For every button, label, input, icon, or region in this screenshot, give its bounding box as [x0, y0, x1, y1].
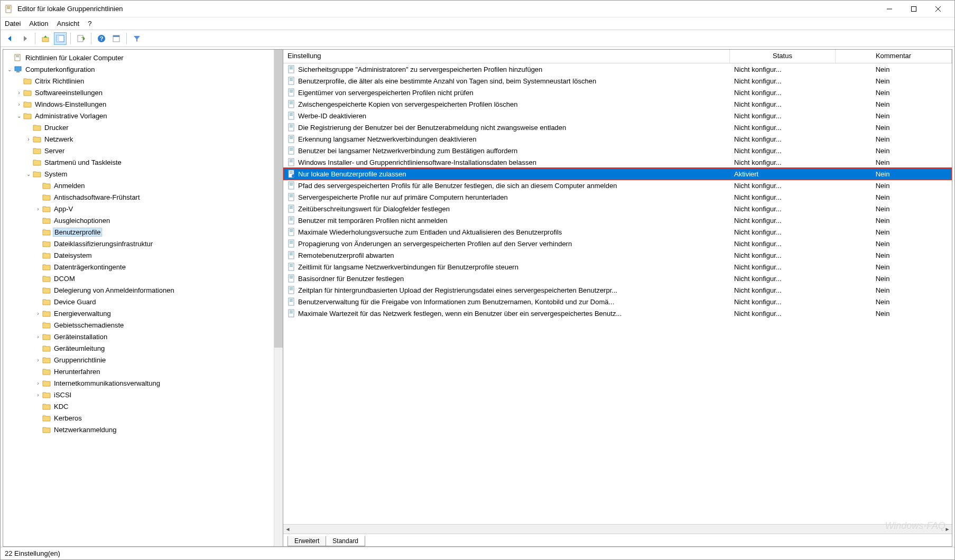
list-row[interactable]: Erkennung langsamer Netzwerkverbindungen…	[283, 133, 952, 145]
list-row[interactable]: Eigentümer von servergespeicherten Profi…	[283, 87, 952, 98]
tree-appv[interactable]: ›App-V	[3, 203, 274, 214]
list-row[interactable]: Die Registrierung der Benutzer bei der B…	[283, 122, 952, 133]
tree-computer-config[interactable]: ⌄Computerkonfiguration	[3, 63, 274, 75]
svg-point-70	[292, 174, 295, 178]
up-button[interactable]	[39, 32, 52, 45]
column-comment[interactable]: Kommentar	[836, 50, 952, 63]
setting-comment: Nein	[836, 100, 952, 109]
list-row[interactable]: Benutzerverwaltung für die Freigabe von …	[283, 296, 952, 307]
list-row[interactable]: Benutzerprofile, die älter als eine best…	[283, 75, 952, 87]
svg-rect-112	[290, 276, 293, 276]
column-status[interactable]: Status	[730, 50, 836, 63]
tree-internetkomm[interactable]: ›Internetkommunikationsverwaltung	[3, 377, 274, 389]
tree-dateiklass[interactable]: Dateiklassifizierungsinfrastruktur	[3, 238, 274, 249]
tree-windows-settings[interactable]: ›Windows-Einstellungen	[3, 98, 274, 110]
tree-startmenu[interactable]: Startmenü und Taskleiste	[3, 156, 274, 168]
tree-energie[interactable]: ›Energieverwaltung	[3, 307, 274, 319]
list-row[interactable]: Pfad des servergespeicherten Profils für…	[283, 180, 952, 191]
svg-rect-23	[290, 68, 293, 68]
show-hide-tree-button[interactable]	[54, 32, 67, 45]
tree-root[interactable]: Richtlinien für Lokaler Computer	[3, 52, 274, 63]
tree-herunterfahren[interactable]: Herunterfahren	[3, 366, 274, 377]
setting-name: Zeitlimit für langsame Netzwerkverbindun…	[298, 263, 518, 271]
properties-button[interactable]	[110, 32, 123, 45]
tree-server[interactable]: Server	[3, 145, 274, 156]
list-row[interactable]: Zwischengespeicherte Kopien von serverge…	[283, 98, 952, 110]
tree-label: Dateiklassifizierungsinfrastruktur	[53, 240, 154, 248]
tab-extended[interactable]: Erweitert	[288, 536, 326, 546]
svg-rect-19	[15, 67, 21, 71]
tree-gerateuml[interactable]: Geräteumleitung	[3, 342, 274, 354]
tree-label: Antischadsoftware-Frühstart	[53, 193, 141, 201]
tree-kerberos[interactable]: Kerberos	[3, 412, 274, 424]
setting-name: Erkennung langsamer Netzwerkverbindungen…	[298, 135, 476, 143]
tab-standard[interactable]: Standard	[326, 536, 365, 546]
tree-label: Citrix Richtlinien	[34, 77, 85, 85]
tree-anmelden[interactable]: Anmelden	[3, 180, 274, 191]
list-row[interactable]: Remotebenutzerprofil abwartenNicht konfi…	[283, 249, 952, 261]
help-button[interactable]: ?	[95, 32, 108, 45]
menu-file[interactable]: Datei	[5, 20, 21, 27]
tree-scrollbar[interactable]	[274, 50, 283, 546]
svg-rect-48	[290, 126, 293, 126]
tree-deviceguard[interactable]: Device Guard	[3, 296, 274, 307]
tree-gruppenricht[interactable]: ›Gruppenrichtlinie	[3, 354, 274, 366]
tree-citrix[interactable]: Citrix Richtlinien	[3, 75, 274, 87]
minimize-button[interactable]	[877, 1, 902, 17]
tree-netzwerkanmeldung[interactable]: Netzwerkanmeldung	[3, 424, 274, 435]
menu-action[interactable]: Aktion	[29, 20, 48, 27]
list-row[interactable]: Sicherheitsgruppe "Administratoren" zu s…	[283, 63, 952, 75]
forward-button[interactable]	[18, 32, 31, 45]
list-row[interactable]: Windows Installer- und Gruppenrichtlinie…	[283, 156, 952, 168]
list-row[interactable]: Basisordner für Benutzer festlegenNicht …	[283, 273, 952, 284]
list-row[interactable]: Zeitüberschreitungswert für Dialogfelder…	[283, 203, 952, 214]
horizontal-scrollbar[interactable]: ◄►	[283, 524, 952, 534]
export-list-button[interactable]	[75, 32, 87, 45]
svg-rect-20	[16, 71, 20, 72]
tree-label: Delegierung von Anmeldeinformationen	[53, 286, 175, 294]
tree-label: Benutzerprofile	[53, 228, 102, 237]
setting-comment: Nein	[836, 263, 952, 272]
list-row[interactable]: Werbe-ID deaktivierenNicht konfigur...Ne…	[283, 110, 952, 122]
list-row[interactable]: Benutzer mit temporären Profilen nicht a…	[283, 214, 952, 226]
tree-delegierung[interactable]: Delegierung von Anmeldeinformationen	[3, 284, 274, 296]
column-setting[interactable]: Einstellung	[283, 50, 730, 63]
tree-drucker[interactable]: Drucker	[3, 122, 274, 133]
tree-kdc[interactable]: KDC	[3, 400, 274, 412]
tree-dcom[interactable]: DCOM	[3, 273, 274, 284]
list-row[interactable]: Zeitplan für hintergrundbasierten Upload…	[283, 284, 952, 296]
tree-admin-templates[interactable]: ⌄Administrative Vorlagen	[3, 110, 274, 122]
list-row[interactable]: Servergespeicherte Profile nur auf primä…	[283, 191, 952, 203]
menu-help[interactable]: ?	[88, 20, 91, 27]
tree-datentrager[interactable]: Datenträgerkontingente	[3, 261, 274, 273]
maximize-button[interactable]	[902, 1, 926, 17]
tree-label: Ausgleichoptionen	[53, 217, 111, 225]
menu-view[interactable]: Ansicht	[57, 20, 80, 27]
filter-button[interactable]	[131, 32, 143, 45]
list-row[interactable]: Maximale Wartezeit für das Netzwerk fest…	[283, 307, 952, 319]
tree-antischad[interactable]: Antischadsoftware-Frühstart	[3, 191, 274, 203]
tree-gerateinst[interactable]: ›Geräteinstallation	[3, 331, 274, 342]
tree-iscsi[interactable]: ›iSCSI	[3, 389, 274, 400]
tree-label: DCOM	[53, 275, 76, 283]
list-row[interactable]: Zeitlimit für langsame Netzwerkverbindun…	[283, 261, 952, 273]
tree-system[interactable]: ⌄System	[3, 168, 274, 180]
close-button[interactable]	[926, 1, 950, 17]
tree-software[interactable]: ›Softwareeinstellungen	[3, 87, 274, 98]
list-row[interactable]: Benutzer bei langsamer Netzwerkverbindun…	[283, 145, 952, 156]
list-row[interactable]: Propagierung von Änderungen an serverges…	[283, 238, 952, 249]
back-button[interactable]	[4, 32, 16, 45]
list-row[interactable]: Nur lokale Benutzerprofile zulassenAktiv…	[283, 168, 952, 180]
setting-status: Nicht konfigur...	[730, 123, 836, 132]
svg-rect-24	[290, 69, 293, 69]
svg-rect-44	[290, 115, 293, 116]
list-row[interactable]: Maximale Wiederholungsversuche zum Entla…	[283, 226, 952, 238]
tree-dateisystem[interactable]: Dateisystem	[3, 249, 274, 261]
setting-comment: Nein	[836, 204, 952, 213]
tree-benutzerprofile[interactable]: Benutzerprofile	[3, 226, 274, 238]
setting-name: Remotebenutzerprofil abwarten	[298, 251, 394, 259]
tree-gebiets[interactable]: Gebietsschemadienste	[3, 319, 274, 331]
tree-label: Anmelden	[53, 182, 86, 190]
tree-ausgleich[interactable]: Ausgleichoptionen	[3, 214, 274, 226]
tree-netzwerk[interactable]: ›Netzwerk	[3, 133, 274, 145]
